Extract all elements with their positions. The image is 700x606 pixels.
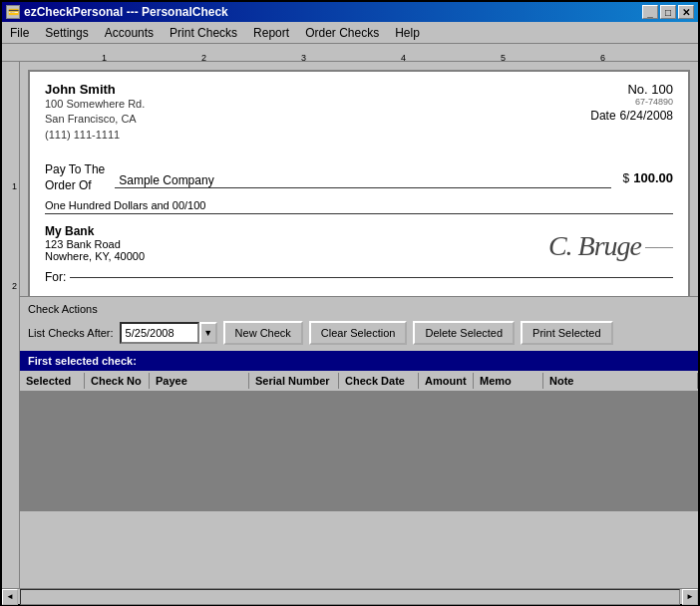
menu-settings[interactable]: Settings (37, 24, 96, 42)
ruler-mark-4: 4 (401, 53, 406, 63)
col-serial: Serial Number (249, 373, 339, 389)
bank-address1: 123 Bank Road (45, 238, 145, 250)
check-routing: 67-74890 (590, 97, 673, 107)
check-number-block: No. 100 67-74890 Date 6/24/2008 (590, 82, 673, 143)
left-ruler-mark-2: 2 (12, 281, 17, 291)
bottom-scroll-bar: ◄ ► (2, 588, 698, 604)
check-no-value: 100 (651, 82, 673, 97)
title-bar: 💳 ezCheckPersonal --- PersonalCheck _ □ … (2, 2, 698, 22)
menu-bar: File Settings Accounts Print Checks Repo… (2, 22, 698, 44)
col-check-date: Check Date (339, 373, 419, 389)
menu-report[interactable]: Report (245, 24, 297, 42)
dollar-sign: $ (623, 171, 630, 185)
new-check-button[interactable]: New Check (223, 321, 303, 345)
clear-selection-button[interactable]: Clear Selection (309, 321, 408, 345)
check-document: John Smith 100 Somewhere Rd. San Francis… (28, 70, 690, 296)
menu-help[interactable]: Help (387, 24, 428, 42)
check-pay-row: Pay To The Order Of Sample Company $ 100… (45, 162, 673, 193)
ruler-mark-2: 2 (201, 53, 206, 63)
check-payee: Sample Company (115, 168, 610, 188)
menu-print-checks[interactable]: Print Checks (162, 24, 245, 42)
check-no-label: No. (627, 82, 647, 97)
ruler-mark-5: 5 (501, 53, 506, 63)
table-container: Selected Check No Payee Serial Number Ch… (20, 371, 698, 589)
for-line (70, 277, 673, 278)
maximize-button[interactable]: □ (660, 5, 676, 19)
title-bar-controls: _ □ ✕ (642, 5, 694, 19)
ruler-mark-3: 3 (301, 53, 306, 63)
first-selected-header: First selected check: (20, 351, 698, 371)
first-selected-title: First selected check: (28, 355, 137, 367)
table-header: Selected Check No Payee Serial Number Ch… (20, 371, 698, 392)
date-dropdown-button[interactable]: ▼ (199, 322, 217, 344)
main-area: 1 2 John Smith 100 Somewhere Rd. San Fra… (2, 62, 698, 588)
ruler: 1 2 3 4 5 6 (2, 44, 698, 62)
check-for-row: For: (45, 270, 673, 284)
pay-to-label-block: Pay To The Order Of (45, 162, 105, 193)
app-icon: 💳 (6, 5, 20, 19)
signature-area: C. Bruge —— (548, 229, 673, 262)
date-input-wrapper: ▼ (120, 322, 217, 344)
content-area: John Smith 100 Somewhere Rd. San Francis… (20, 62, 698, 588)
signature-text: C. Bruge (548, 230, 641, 262)
col-memo: Memo (474, 373, 543, 389)
check-date-value: 6/24/2008 (620, 109, 673, 123)
signature-dash: —— (645, 238, 673, 254)
title-bar-left: 💳 ezCheckPersonal --- PersonalCheck (6, 5, 228, 19)
check-name: John Smith (45, 82, 145, 97)
check-amount: 100.00 (633, 170, 673, 185)
check-address2: San Francisco, CA (45, 112, 145, 127)
date-input[interactable] (120, 322, 199, 344)
col-check-no: Check No (85, 373, 150, 389)
delete-selected-button[interactable]: Delete Selected (413, 321, 515, 345)
check-header: John Smith 100 Somewhere Rd. San Francis… (45, 82, 673, 143)
order-of-label: Order Of (45, 178, 105, 194)
col-amount: Amount (419, 373, 474, 389)
close-button[interactable]: ✕ (678, 5, 694, 19)
menu-accounts[interactable]: Accounts (97, 24, 162, 42)
check-amount-words: One Hundred Dollars and 00/100 (45, 199, 673, 214)
bank-info: My Bank 123 Bank Road Nowhere, KY, 40000 (45, 224, 145, 262)
pay-to-label: Pay To The (45, 162, 105, 178)
check-actions-title: Check Actions (28, 303, 690, 315)
left-ruler: 1 2 (2, 62, 20, 588)
check-date-row: Date 6/24/2008 (590, 109, 673, 123)
print-selected-button[interactable]: Print Selected (521, 321, 612, 345)
scroll-right-button[interactable]: ► (682, 589, 698, 605)
check-address1: 100 Somewhere Rd. (45, 97, 145, 112)
ruler-mark-1: 1 (102, 53, 107, 63)
window-title: ezCheckPersonal --- PersonalCheck (24, 5, 228, 19)
minimize-button[interactable]: _ (642, 5, 658, 19)
col-selected: Selected (20, 373, 85, 389)
check-phone: (111) 111-1111 (45, 128, 145, 143)
main-window: 💳 ezCheckPersonal --- PersonalCheck _ □ … (0, 0, 700, 606)
left-ruler-mark-1: 1 (12, 181, 17, 191)
bank-name: My Bank (45, 224, 145, 238)
col-note: Note (543, 373, 698, 389)
check-actions-section: Check Actions List Checks After: ▼ New C… (20, 296, 698, 351)
bank-address2: Nowhere, KY, 40000 (45, 250, 145, 262)
list-checks-label: List Checks After: (28, 327, 114, 339)
col-payee: Payee (150, 373, 249, 389)
check-actions-row: List Checks After: ▼ New Check Clear Sel… (28, 321, 690, 345)
menu-file[interactable]: File (2, 24, 37, 42)
for-label: For: (45, 270, 66, 284)
amount-block: $ 100.00 (623, 170, 673, 185)
check-name-block: John Smith 100 Somewhere Rd. San Francis… (45, 82, 145, 143)
check-container: John Smith 100 Somewhere Rd. San Francis… (20, 62, 698, 296)
scroll-left-button[interactable]: ◄ (2, 589, 18, 605)
menu-order-checks[interactable]: Order Checks (297, 24, 387, 42)
check-date-label: Date (590, 109, 615, 123)
scroll-track[interactable] (20, 589, 680, 605)
ruler-mark-6: 6 (600, 53, 605, 63)
table-body (20, 392, 698, 511)
check-number: No. 100 (590, 82, 673, 97)
check-bank-section: My Bank 123 Bank Road Nowhere, KY, 40000… (45, 224, 673, 262)
